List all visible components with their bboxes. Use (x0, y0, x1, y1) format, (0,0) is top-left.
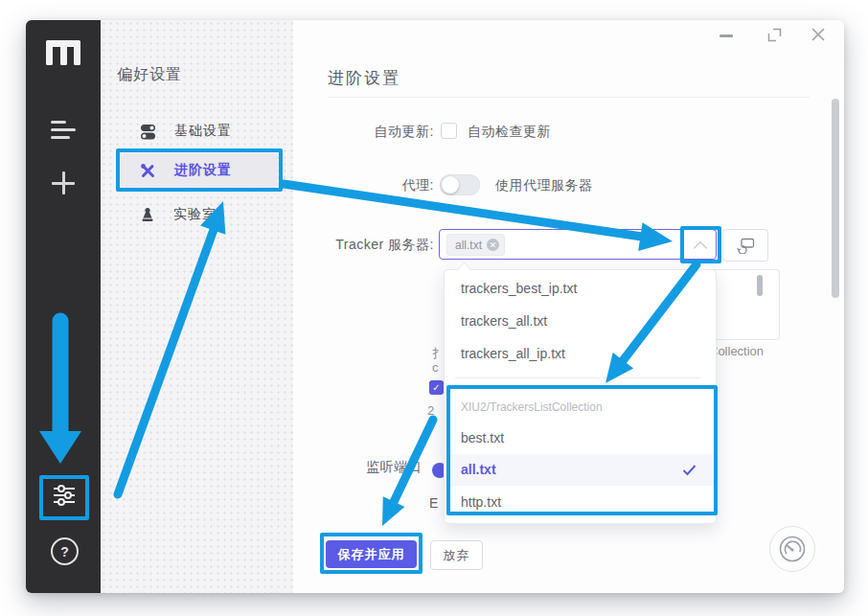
help-icon[interactable]: ? (51, 537, 79, 565)
help-glyph: ? (60, 544, 69, 559)
speed-test-icon (778, 535, 807, 563)
hint-text-fragment: c (432, 360, 439, 375)
sync-checkbox-fragment[interactable]: ✓ (429, 380, 444, 395)
preferences-title: 偏好设置 (117, 65, 182, 85)
dropdown-option[interactable]: trackers_all.txt (461, 313, 547, 329)
maximize-icon[interactable] (767, 28, 782, 46)
tracker-server-label: Tracker 服务器: (316, 237, 434, 254)
lab-icon (140, 207, 155, 222)
tag-close-icon[interactable]: ✕ (487, 239, 499, 251)
task-list-icon[interactable] (51, 121, 76, 140)
auto-update-label: 自动更新: (326, 124, 434, 141)
page-title: 进阶设置 (328, 67, 400, 89)
auto-update-checkbox-label[interactable]: 自动检查更新 (468, 124, 551, 141)
app-window-stage: ? 偏好设置 基础设置 进阶设置 实验室 (0, 0, 868, 616)
textarea-scrollbar-thumb[interactable] (757, 275, 763, 296)
annotation-box-dropdown-group (446, 385, 718, 515)
tracker-source-link-fragment[interactable]: Collection (709, 344, 764, 358)
auto-update-checkbox[interactable] (441, 123, 457, 139)
close-icon[interactable] (811, 27, 826, 46)
row-text-fragment: E (429, 495, 439, 511)
add-task-icon[interactable] (52, 171, 75, 194)
dropdown-option[interactable]: trackers_best_ip.txt (461, 281, 577, 296)
speed-test-button[interactable] (769, 526, 815, 572)
proxy-toggle[interactable] (440, 174, 480, 195)
annotation-box-advanced-item (116, 148, 283, 192)
annotation-box-chevron (680, 226, 721, 263)
sync-text-fragment: 2 (427, 403, 434, 418)
annotation-box-preferences-icon (39, 475, 89, 520)
toggle-knob (442, 176, 459, 194)
motrix-logo (46, 40, 80, 65)
main-scrollbar-thumb[interactable] (832, 99, 839, 298)
tracker-selected-tag: all.txt ✕ (446, 234, 505, 256)
discard-button[interactable]: 放弃 (430, 540, 483, 570)
dropdown-divider (455, 377, 700, 378)
preferences-panel (101, 20, 293, 593)
minimize-icon[interactable] (720, 34, 733, 37)
dropdown-option[interactable]: trackers_all_ip.txt (461, 346, 565, 361)
sync-tracker-button[interactable] (722, 229, 768, 262)
sidebar-item-lab[interactable]: 实验室 (140, 197, 217, 232)
basic-settings-icon (140, 124, 156, 140)
annotation-box-save-button (320, 533, 423, 574)
sidebar-item-label: 基础设置 (174, 123, 232, 140)
proxy-toggle-label: 使用代理服务器 (495, 177, 593, 194)
title-divider (328, 97, 810, 98)
listen-port-label: 监听端口 (366, 459, 422, 476)
proxy-label: 代理: (326, 177, 434, 194)
sidebar-item-label: 实验室 (173, 206, 217, 223)
sync-tracker-icon (737, 238, 755, 254)
sidebar-item-basic-settings[interactable]: 基础设置 (140, 114, 232, 148)
tag-label: all.txt (455, 239, 482, 252)
